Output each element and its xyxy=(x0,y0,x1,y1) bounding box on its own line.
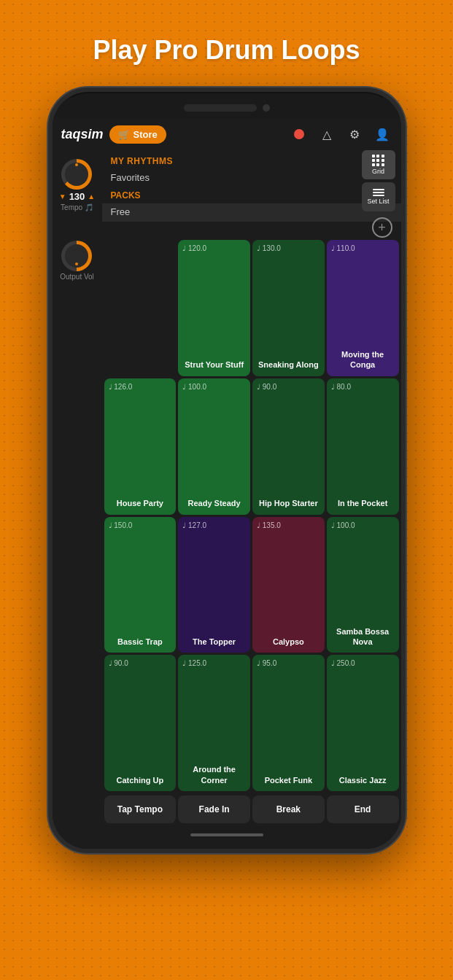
view-buttons: Grid Set List xyxy=(362,150,395,211)
pad-bpm: ♩ 127.0 xyxy=(182,521,246,529)
free-item[interactable]: Free xyxy=(102,203,401,222)
pad-name: Bassic Trap xyxy=(109,637,172,647)
pad-name: House Party xyxy=(109,498,172,508)
pad-around[interactable]: ♩ 125.0 Around the Corner xyxy=(178,655,250,791)
sidebar: ▼ 130 ▲ Tempo 🎵 Output Vol xyxy=(53,150,102,825)
notch-bar xyxy=(184,104,257,112)
profile-button[interactable]: 👤 xyxy=(372,124,392,144)
packs-header: PACKS xyxy=(102,186,401,203)
warning-icon: △ xyxy=(322,128,331,141)
pad-ready[interactable]: ♩ 100.0 Ready Steady xyxy=(178,378,250,515)
pad-name: In the Pocket xyxy=(331,498,395,508)
tempo-control: ▼ 130 ▲ xyxy=(59,191,96,202)
pad-name: The Topper xyxy=(182,637,246,647)
pad-bpm: ♩ 125.0 xyxy=(182,659,246,667)
pad-bpm: ♩ 100.0 xyxy=(331,521,395,529)
pad-strut[interactable]: ♩ 120.0 Strut Your Stuff xyxy=(178,240,250,376)
phone-notch xyxy=(53,98,401,118)
app-logo: taqsim xyxy=(61,127,104,142)
pad-bpm: ♩ 150.0 xyxy=(109,521,172,529)
pad-bpm: ♩ 250.0 xyxy=(331,659,395,667)
vol-knob-container: Output Vol xyxy=(60,241,94,281)
home-bar xyxy=(190,833,263,836)
bottom-controls: Tap TempoFade InBreakEnd xyxy=(102,793,401,825)
tempo-value: 130 xyxy=(69,191,85,202)
pad-topper[interactable]: ♩ 127.0 The Topper xyxy=(178,517,250,653)
vol-dot xyxy=(75,262,78,265)
pad-catching[interactable]: ♩ 90.0 Catching Up xyxy=(104,655,177,791)
cart-icon: 🛒 xyxy=(118,129,130,140)
pad-name: Strut Your Stuff xyxy=(182,359,246,370)
ctrl-end[interactable]: End xyxy=(327,796,399,823)
pad-bpm: ♩ 90.0 xyxy=(257,383,320,391)
tempo-label: Tempo 🎵 xyxy=(61,203,93,211)
nav-area: MY RHYTHMS Favorites PACKS Free xyxy=(102,150,401,238)
pads-grid: ♩ 120.0 Strut Your Stuff ♩ 130.0 Sneakin… xyxy=(102,238,401,793)
page-title: Play Pro Drum Loops xyxy=(93,35,360,66)
pad-bpm: ♩ 130.0 xyxy=(257,244,320,252)
tempo-knob[interactable] xyxy=(61,159,92,190)
pad-hiphop[interactable]: ♩ 90.0 Hip Hop Starter xyxy=(252,378,325,515)
phone-bottom xyxy=(53,825,401,849)
store-label: Store xyxy=(133,129,158,140)
pad-bpm: ♩ 126.0 xyxy=(109,383,172,391)
pad-name: Around the Corner xyxy=(182,764,246,785)
pad-pocket[interactable]: ♩ 80.0 In the Pocket xyxy=(327,378,399,515)
add-button[interactable]: + xyxy=(372,217,392,238)
pad-name: Hip Hop Starter xyxy=(257,498,320,508)
record-button[interactable] xyxy=(289,124,309,144)
vol-label: Output Vol xyxy=(60,273,94,281)
pad-bpm: ♩ 90.0 xyxy=(109,659,172,667)
knob-dot xyxy=(75,163,78,166)
pad-jazz[interactable]: ♩ 250.0 Classic Jazz xyxy=(327,655,399,791)
ctrl-fade[interactable]: Fade In xyxy=(178,796,250,823)
pad-bpm: ♩ 120.0 xyxy=(182,244,246,252)
pad-calypso[interactable]: ♩ 135.0 Calypso xyxy=(252,517,325,653)
right-panel: MY RHYTHMS Favorites PACKS Free xyxy=(102,150,401,825)
pad-samba[interactable]: ♩ 100.0 Samba Bossa Nova xyxy=(327,517,399,653)
pad-empty1[interactable] xyxy=(104,240,177,376)
pad-moving[interactable]: ♩ 110.0 Moving the Conga xyxy=(327,240,399,376)
favorites-item[interactable]: Favorites xyxy=(102,169,401,186)
my-rhythms-header: MY RHYTHMS xyxy=(102,150,401,169)
pad-name: Moving the Conga xyxy=(331,349,395,370)
pad-name: Pocket Funk xyxy=(257,775,320,785)
gear-icon: ⚙ xyxy=(349,128,360,141)
top-icons: △ ⚙ 👤 xyxy=(289,124,392,144)
pad-bpm: ♩ 95.0 xyxy=(257,659,320,667)
pad-bpm: ♩ 100.0 xyxy=(182,383,246,391)
camera-dot xyxy=(263,104,270,112)
grid-icon xyxy=(372,155,385,166)
menu-icon xyxy=(373,189,384,196)
settings-button[interactable]: ⚙ xyxy=(344,124,365,144)
record-dot xyxy=(294,129,304,139)
content-area: ▼ 130 ▲ Tempo 🎵 Output Vol xyxy=(53,150,401,825)
pad-name: Ready Steady xyxy=(182,498,246,508)
pad-bpm: ♩ 135.0 xyxy=(257,521,320,529)
pad-pocket2[interactable]: ♩ 95.0 Pocket Funk xyxy=(252,655,325,791)
pad-bpm: ♩ 110.0 xyxy=(331,244,395,252)
pad-name: Calypso xyxy=(257,637,320,647)
user-icon: 👤 xyxy=(375,128,390,141)
ctrl-break[interactable]: Break xyxy=(252,796,325,823)
tempo-up[interactable]: ▲ xyxy=(88,192,95,201)
grid-view-button[interactable]: Grid xyxy=(362,150,395,179)
app-screen: taqsim 🛒 Store △ ⚙ 👤 xyxy=(53,118,401,825)
pad-name: Catching Up xyxy=(109,775,172,785)
store-button[interactable]: 🛒 Store xyxy=(109,125,166,144)
pad-bpm: ♩ 80.0 xyxy=(331,383,395,391)
phone-frame: taqsim 🛒 Store △ ⚙ 👤 xyxy=(48,88,406,853)
pad-name: Sneaking Along xyxy=(257,359,320,370)
tempo-knob-container: ▼ 130 ▲ Tempo 🎵 xyxy=(59,159,96,211)
pad-bassic[interactable]: ♩ 150.0 Bassic Trap xyxy=(104,517,177,653)
pad-sneaking[interactable]: ♩ 130.0 Sneaking Along xyxy=(252,240,325,376)
pad-name: Classic Jazz xyxy=(331,775,395,785)
tempo-down[interactable]: ▼ xyxy=(59,192,66,201)
warning-button[interactable]: △ xyxy=(317,124,337,144)
pad-house[interactable]: ♩ 126.0 House Party xyxy=(104,378,177,515)
setlist-view-button[interactable]: Set List xyxy=(362,182,395,211)
vol-knob[interactable] xyxy=(61,241,92,271)
top-bar: taqsim 🛒 Store △ ⚙ 👤 xyxy=(53,118,401,150)
ctrl-tap[interactable]: Tap Tempo xyxy=(104,796,177,823)
pad-name: Samba Bossa Nova xyxy=(331,626,395,648)
